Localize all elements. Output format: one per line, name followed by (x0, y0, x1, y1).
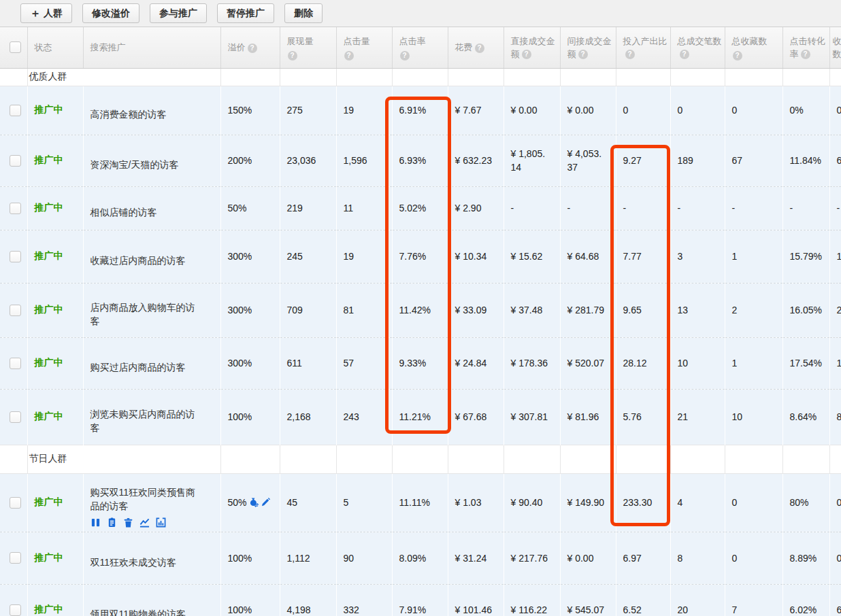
help-icon[interactable]: ? (680, 50, 689, 59)
table-row: 推广中 资深淘宝/天猫的访客 200% 23,036 1,596 6.93% ¥… (0, 135, 841, 186)
select-all-checkbox[interactable] (10, 41, 21, 53)
help-icon[interactable]: ? (475, 44, 484, 53)
row-checkbox[interactable] (10, 358, 21, 369)
group-label: 优质人群 (27, 68, 220, 86)
cost-cell: ¥ 1.03 (448, 473, 504, 532)
help-icon[interactable]: ? (344, 51, 354, 61)
impressions-cell: 23,036 (280, 135, 336, 186)
table-row: 推广中 收藏过店内商品的访客 300% 245 19 7.76% ¥ 10.34… (0, 230, 841, 283)
premium-cell: 300% (220, 230, 280, 283)
truncated-cell: 1 (829, 337, 841, 389)
audience-name-link[interactable]: 领用双11购物券的访客 (90, 607, 198, 616)
row-checkbox[interactable] (10, 497, 21, 509)
audience-name-link[interactable]: 高消费金额的访客 (90, 107, 198, 121)
edit-icon[interactable] (261, 497, 271, 507)
row-checkbox[interactable] (10, 155, 21, 167)
orders-cell: 4 (670, 473, 725, 532)
audience-name-link[interactable]: 浏览未购买店内商品的访客 (90, 407, 198, 434)
clicks-cell: 5 (336, 473, 392, 532)
premium-cell: 50% (220, 473, 280, 532)
orders-cell: 8 (670, 532, 725, 584)
roi-cell: 6.97 (616, 532, 670, 584)
audience-name-link[interactable]: 收藏过店内商品的访客 (90, 254, 198, 267)
help-icon[interactable]: ? (288, 51, 297, 61)
help-icon[interactable]: ? (248, 44, 257, 53)
row-checkbox[interactable] (10, 305, 21, 316)
status-badge: 推广中 (35, 357, 63, 368)
budget-icon[interactable] (248, 497, 259, 509)
cost-cell: ¥ 7.67 (448, 86, 504, 135)
help-icon[interactable]: ? (400, 51, 410, 61)
favs-cell: 0 (725, 86, 782, 135)
audience-name-link[interactable]: 购买过店内商品的访客 (90, 360, 198, 374)
audience-name-link[interactable]: 购买双11狂欢同类预售商品的访客 (90, 485, 198, 513)
cost-cell: ¥ 24.84 (448, 337, 504, 389)
row-checkbox[interactable] (10, 203, 21, 214)
clicks-cell: 243 (336, 389, 392, 445)
impressions-cell: 611 (280, 337, 336, 389)
add-audience-button[interactable]: ＋ 人群 (20, 3, 72, 23)
row-checkbox[interactable] (10, 411, 21, 423)
direct-amount-cell: ¥ 90.40 (504, 473, 560, 532)
cost-cell: ¥ 33.09 (448, 283, 504, 337)
impressions-cell: 275 (280, 86, 336, 135)
status-badge: 推广中 (35, 552, 63, 563)
roi-cell: 6.52 (616, 584, 670, 616)
delete-button[interactable]: 删除 (284, 3, 323, 23)
bar-chart-icon[interactable] (156, 517, 166, 528)
impressions-cell: 4,198 (280, 584, 336, 616)
col-direct-amount: 直接成交金额? (504, 27, 560, 68)
ctr-cell: 8.09% (392, 532, 448, 584)
row-checkbox[interactable] (10, 604, 21, 616)
join-promotion-button[interactable]: 参与推广 (150, 3, 207, 23)
conv-cell: 80% (782, 473, 829, 532)
help-icon[interactable]: ? (578, 50, 588, 59)
modify-premium-button[interactable]: 修改溢价 (82, 3, 139, 23)
report-icon[interactable] (107, 517, 117, 528)
row-checkbox[interactable] (10, 552, 21, 564)
favs-cell: - (725, 186, 782, 230)
audience-name-link[interactable]: 资深淘宝/天猫的访客 (90, 158, 198, 171)
help-icon[interactable]: ? (522, 50, 531, 59)
direct-amount-cell: ¥ 178.36 (504, 337, 560, 389)
conv-cell: 15.79% (782, 230, 829, 283)
orders-cell: 20 (670, 584, 725, 616)
col-roi: 投入产出比? (616, 27, 670, 68)
pause-promotion-button[interactable]: 暂停推广 (217, 3, 274, 23)
orders-cell: 10 (670, 337, 725, 389)
audience-name-link[interactable]: 相似店铺的访客 (90, 205, 198, 219)
clicks-cell: 81 (336, 283, 392, 337)
truncated-cell: 0 (829, 532, 841, 584)
pause-icon[interactable] (90, 517, 101, 528)
audience-name-link[interactable]: 双11狂欢未成交访客 (90, 555, 198, 569)
conv-cell: 11.84% (782, 135, 829, 186)
ctr-cell: 9.33% (392, 337, 448, 389)
premium-cell: 300% (220, 283, 280, 337)
favs-cell: 0 (725, 473, 782, 532)
impressions-cell: 219 (280, 186, 336, 230)
row-checkbox[interactable] (10, 251, 21, 262)
roi-cell: - (616, 186, 670, 230)
delete-icon[interactable] (123, 517, 133, 528)
premium-cell: 50% (220, 186, 280, 230)
help-icon[interactable]: ? (801, 50, 810, 59)
roi-cell: 0 (616, 86, 670, 135)
favs-cell: 1 (725, 337, 782, 389)
help-icon[interactable]: ? (625, 50, 635, 59)
trend-chart-icon[interactable] (139, 517, 150, 528)
col-indirect-amount: 间接成交金额? (560, 27, 616, 68)
impressions-cell: 709 (280, 283, 336, 337)
premium-cell: 300% (220, 337, 280, 389)
impressions-cell: 2,168 (280, 389, 336, 445)
help-icon[interactable]: ? (733, 51, 742, 61)
premium-cell: 100% (220, 389, 280, 445)
roi-cell: 233.30 (616, 473, 670, 532)
table-row: 推广中 浏览未购买店内商品的访客 100% 2,168 243 11.21% ¥… (0, 389, 841, 445)
table-row: 推广中 店内商品放入购物车的访客 300% 709 81 11.42% ¥ 33… (0, 283, 841, 337)
indirect-amount-cell: ¥ 149.90 (560, 473, 616, 532)
row-checkbox[interactable] (10, 105, 21, 116)
col-truncated: 收数 (829, 27, 841, 68)
clicks-cell: 1,596 (336, 135, 392, 186)
audience-name-link[interactable]: 店内商品放入购物车的访客 (90, 301, 198, 328)
ctr-cell: 11.42% (392, 283, 448, 337)
